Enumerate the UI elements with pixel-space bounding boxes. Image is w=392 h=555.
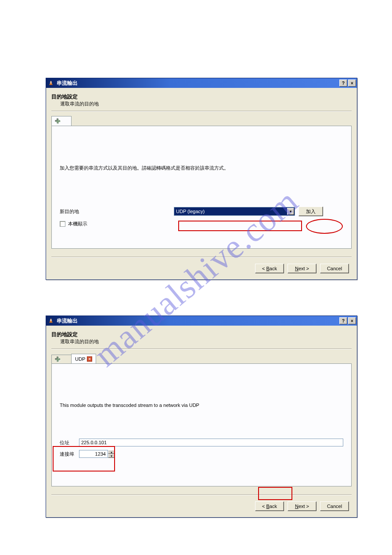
close-button[interactable]: × bbox=[348, 80, 356, 87]
next-button[interactable]: Next > bbox=[288, 501, 316, 511]
divider bbox=[51, 348, 352, 349]
dialog-stream-output-1: 串流輸出 ? × 目的地設定 選取串流的目的地 ✚ 加入您需要的串流方式以及其目… bbox=[46, 78, 357, 280]
section-subheading: 選取串流的目的地 bbox=[60, 338, 352, 345]
destination-dropdown[interactable]: UDP (legacy) ▼ bbox=[174, 207, 295, 216]
address-input[interactable] bbox=[79, 439, 343, 446]
app-icon bbox=[48, 80, 55, 87]
tab-udp[interactable]: UDP × bbox=[71, 354, 96, 363]
help-button[interactable]: ? bbox=[339, 317, 347, 324]
close-button[interactable]: × bbox=[348, 317, 356, 324]
titlebar-text: 串流輸出 bbox=[57, 80, 78, 87]
plus-icon: ✚ bbox=[55, 356, 61, 363]
back-button[interactable]: < Back bbox=[255, 264, 284, 273]
help-button[interactable]: ? bbox=[339, 80, 347, 87]
svg-rect-6 bbox=[50, 319, 52, 319]
svg-rect-2 bbox=[50, 81, 52, 82]
section-subheading: 選取串流的目的地 bbox=[60, 101, 352, 107]
port-input[interactable] bbox=[79, 450, 108, 458]
port-label: 連接埠 bbox=[60, 451, 79, 457]
svg-rect-5 bbox=[50, 322, 53, 323]
add-button[interactable]: 加入 bbox=[298, 207, 323, 216]
local-display-label: 本機顯示 bbox=[68, 221, 87, 227]
svg-rect-3 bbox=[50, 83, 52, 83]
divider bbox=[51, 494, 352, 495]
new-destination-label: 新目的地 bbox=[60, 208, 174, 215]
spinner-down[interactable]: ▼ bbox=[108, 454, 115, 458]
tab-panel: This module outputs the transcoded strea… bbox=[51, 363, 352, 486]
section-heading: 目的地設定 bbox=[51, 331, 352, 338]
tab-add[interactable]: ✚ bbox=[51, 355, 72, 363]
spinner-up[interactable]: ▲ bbox=[108, 450, 115, 454]
svg-marker-4 bbox=[50, 318, 52, 322]
plus-icon: ✚ bbox=[55, 118, 61, 125]
section-heading: 目的地設定 bbox=[51, 93, 352, 101]
back-button[interactable]: < Back bbox=[255, 501, 284, 511]
svg-marker-0 bbox=[50, 80, 52, 84]
chevron-down-icon: ▼ bbox=[287, 208, 294, 215]
dialog-stream-output-2: 串流輸出 ? × 目的地設定 選取串流的目的地 ✚ UDP × This mod… bbox=[46, 316, 357, 518]
next-button[interactable]: Next > bbox=[288, 264, 316, 273]
app-icon bbox=[48, 317, 55, 324]
tab-add[interactable]: ✚ bbox=[51, 116, 72, 126]
cancel-button[interactable]: Cancel bbox=[320, 501, 349, 511]
titlebar: 串流輸出 ? × bbox=[46, 78, 357, 88]
address-label: 位址 bbox=[60, 439, 79, 446]
tab-label: UDP bbox=[75, 356, 85, 362]
divider bbox=[51, 111, 352, 112]
dropdown-value: UDP (legacy) bbox=[176, 209, 205, 214]
close-tab-icon[interactable]: × bbox=[87, 356, 92, 362]
svg-rect-7 bbox=[50, 320, 52, 321]
titlebar-text: 串流輸出 bbox=[57, 317, 78, 325]
svg-rect-1 bbox=[50, 84, 53, 85]
cancel-button[interactable]: Cancel bbox=[320, 264, 349, 273]
divider bbox=[51, 257, 352, 258]
panel-description: 加入您需要的串流方式以及其目的地。請確認轉碼格式是否相容於該串流方式。 bbox=[60, 165, 343, 171]
titlebar: 串流輸出 ? × bbox=[46, 316, 357, 326]
local-display-checkbox[interactable] bbox=[60, 221, 65, 227]
panel-description: This module outputs the transcoded strea… bbox=[60, 403, 343, 408]
tab-panel: 加入您需要的串流方式以及其目的地。請確認轉碼格式是否相容於該串流方式。 新目的地… bbox=[51, 126, 352, 249]
